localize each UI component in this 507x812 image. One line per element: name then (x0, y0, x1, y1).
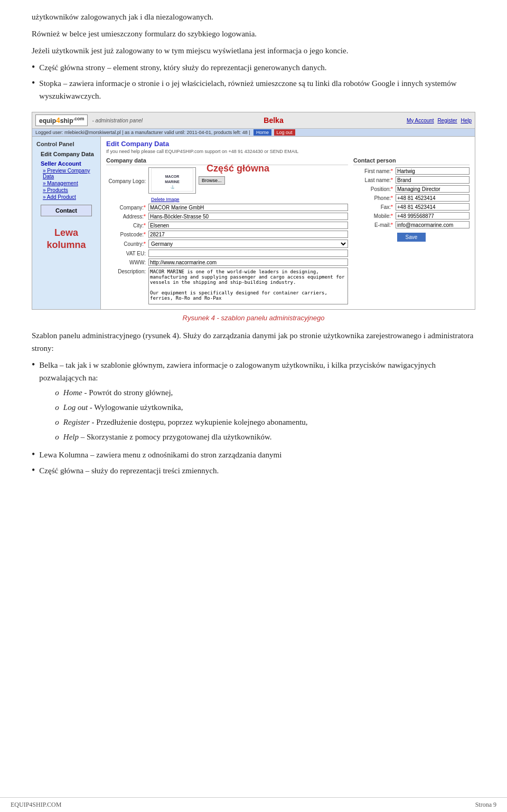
sub-o-4: o (55, 431, 59, 443)
sub-bullet-logout: o Log out - Wylogowanie użytkownika, (55, 401, 475, 414)
nav-products[interactable]: » Products (34, 187, 98, 194)
phone-input[interactable] (396, 194, 470, 202)
fax-row: Fax: (353, 203, 470, 211)
nav-preview-company[interactable]: » Preview Company Data (34, 167, 98, 180)
city-label: City: (106, 223, 148, 228)
bullet-icon-4: • (32, 448, 35, 461)
register-link[interactable]: Register (437, 118, 457, 123)
page-footer: EQUIP4SHIP.COM Strona 9 (0, 797, 507, 812)
contact-button[interactable]: Contact (41, 205, 92, 216)
sub-text-home: Home - Powrót do strony głównej, (63, 386, 475, 399)
bullet-item-4: • Lewa Kolumna – zawiera menu z odnośnik… (32, 448, 475, 461)
logout-button[interactable]: Log out (274, 129, 295, 136)
address-row: Address: (106, 213, 348, 220)
www-input[interactable] (148, 259, 348, 266)
bullet-item-2: • Stopka – zawiera informacje o stronie … (32, 77, 475, 102)
contact-person-heading: Contact person (353, 157, 470, 165)
fax-input[interactable] (396, 203, 470, 211)
bullet-icon-3: • (32, 359, 35, 371)
nav-add-product[interactable]: » Add Product (34, 194, 98, 200)
description-textarea[interactable]: MACOR MARINE is one of the world-wide le… (148, 268, 348, 304)
form-columns: Company data Company Logo: MACOR (106, 157, 470, 306)
lewa-kolumna-label: Lewa kolumna (34, 227, 98, 252)
bullet-icon-5: • (32, 464, 35, 476)
bullet-item-3: • Belka – tak jak i w szablonie głównym,… (32, 359, 475, 445)
nav-edit-company[interactable]: Edit Company Data (34, 150, 98, 158)
city-input[interactable] (148, 222, 348, 229)
footer-right: Strona 9 (475, 801, 496, 809)
svg-text:MARINE: MARINE (165, 180, 180, 184)
country-row: Country: Germany (106, 240, 348, 248)
postcode-row: Postcode: (106, 231, 348, 238)
description-label: Description: (106, 269, 148, 274)
company-input[interactable] (148, 204, 348, 211)
mobile-input[interactable] (396, 212, 470, 219)
home-button[interactable]: Home (253, 129, 271, 136)
logo-equip: equip (39, 117, 56, 125)
description-row: Description: MACOR MARINE is one of the … (106, 268, 348, 304)
lastname-row: Last name: (353, 176, 470, 184)
firstname-input[interactable] (396, 167, 470, 175)
company-label: Company: (106, 205, 148, 211)
logo-com: .com (73, 116, 84, 121)
admin-body: Control Panel Edit Company Data Seller A… (32, 137, 475, 309)
bullet-text-5: Część główna – służy do reprezentacji tr… (39, 464, 475, 477)
save-button[interactable]: Save (397, 233, 426, 242)
email-input[interactable] (396, 221, 470, 228)
admin-header: equip4ship.com - administration panel Be… (32, 112, 475, 129)
intro-para-2: Również w belce jest umieszczony formula… (32, 27, 475, 40)
logo-label: Company Logo: (106, 178, 148, 184)
para-after-screenshot: Szablon panelu administracyjnego (rysune… (32, 329, 475, 355)
delete-image-link[interactable]: Delete Image (151, 197, 180, 202)
vat-row: VAT EU: (106, 250, 348, 257)
help-link[interactable]: Help (461, 118, 472, 123)
control-panel-title: Control Panel (34, 140, 98, 148)
position-row: Position: (353, 185, 470, 193)
screenshot-admin-panel: equip4ship.com - administration panel Be… (32, 112, 475, 310)
logo-preview: MACOR MARINE ⚓ (148, 167, 196, 194)
lastname-input[interactable] (396, 176, 470, 184)
postcode-label: Postcode: (106, 232, 148, 237)
page-content: użytkowników zalogowanych jak i dla niez… (0, 0, 507, 522)
admin-panel-label: - administration panel (92, 118, 143, 123)
bullet-item-1: • Część główna strony – element strony, … (32, 61, 475, 74)
macor-marine-logo: MACOR MARINE ⚓ (151, 168, 193, 193)
vat-label: VAT EU: (106, 251, 148, 256)
www-label: WWW: (106, 260, 148, 265)
firstname-label: First name: (353, 168, 396, 174)
logo-ship: ship (60, 117, 73, 125)
bullet-text-1: Część główna strony – element strony, kt… (39, 61, 475, 74)
sub-bullet-list: o Home - Powrót do strony głównej, o Log… (55, 386, 475, 443)
svg-text:⚓: ⚓ (171, 185, 175, 189)
sub-bullet-register: o Register - Przedłużenie dostępu, poprz… (55, 416, 475, 428)
address-input[interactable] (148, 213, 348, 220)
position-input[interactable] (396, 185, 470, 193)
bullet-icon-1: • (32, 61, 35, 73)
bullet-text-2: Stopka – zawiera informacje o stronie i … (39, 77, 475, 102)
logged-text: Logged user: mlebiecki@morskiwertal.pl |… (35, 130, 250, 135)
sub-o-2: o (55, 401, 59, 414)
sub-o-3: o (55, 416, 59, 428)
logo-four: 4 (56, 116, 60, 125)
header-links: My Account Register Help (405, 118, 472, 123)
mobile-row: Mobile: (353, 212, 470, 219)
sub-text-help: Help – Skorzystanie z pomocy przygotowan… (63, 431, 475, 443)
email-row: E-mail: (353, 221, 470, 228)
browse-button[interactable]: Browse... (199, 176, 225, 185)
bullet-text-3: Belka – tak jak i w szablonie głównym, z… (39, 359, 475, 445)
phone-label: Phone: (353, 195, 396, 201)
email-label: E-mail: (353, 222, 396, 228)
my-account-link[interactable]: My Account (407, 118, 434, 123)
sub-bullet-home: o Home - Powrót do strony głównej, (55, 386, 475, 399)
czesc-glowna-label: Część główna (206, 163, 269, 174)
country-select[interactable]: Germany (148, 240, 348, 248)
nav-management[interactable]: » Management (34, 180, 98, 187)
logo: equip4ship.com (35, 114, 88, 126)
vat-input[interactable] (148, 250, 348, 257)
sub-text-register: Register - Przedłużenie dostępu, poprzez… (63, 416, 475, 428)
postcode-input[interactable] (148, 231, 348, 238)
fax-label: Fax: (353, 204, 396, 210)
company-data-form: Company data Company Logo: MACOR (106, 157, 348, 306)
position-label: Position: (353, 186, 396, 192)
edit-title: Edit Company Data (106, 140, 470, 148)
